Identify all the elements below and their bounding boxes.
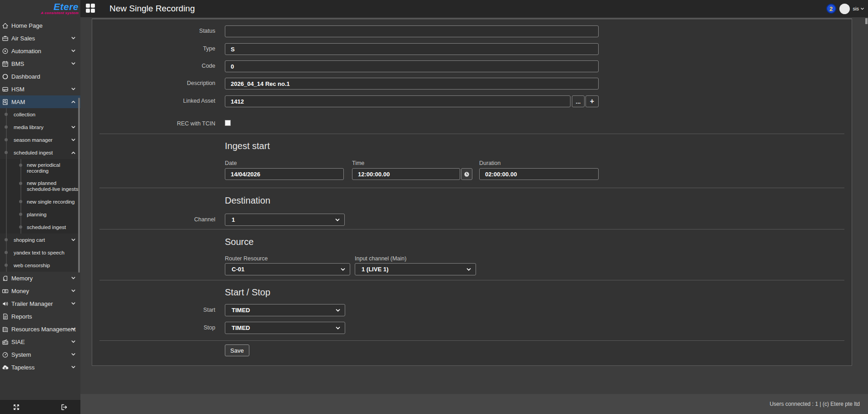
duration-label: Duration (479, 160, 501, 166)
sidebar-item-new-planned-scheduled-live-ingests[interactable]: new planned scheduled-live ingests (0, 177, 80, 195)
type-label: Type (92, 45, 215, 52)
status-label: Status (92, 28, 215, 34)
chevron-down-icon (335, 217, 340, 223)
time-input[interactable] (352, 168, 460, 180)
briefcase-icon (1, 35, 9, 42)
sidebar-item-system[interactable]: System (0, 348, 80, 361)
channel-select[interactable]: 1 (225, 214, 345, 226)
sidebar-item-hsm[interactable]: HSM (0, 83, 80, 95)
gauge-icon (1, 351, 9, 359)
page-scrollbar[interactable] (865, 18, 868, 24)
code-input[interactable] (225, 60, 599, 72)
divider (99, 280, 844, 280)
divider (99, 188, 844, 188)
start-select[interactable]: TIMED (225, 304, 345, 316)
code-label: Code (92, 63, 215, 69)
sidebar-item-collection[interactable]: collection (0, 108, 80, 121)
fullscreen-button[interactable] (13, 404, 20, 411)
input-channel-select[interactable]: 1 (LIVE 1) (355, 263, 476, 275)
chevron-down-icon (71, 49, 76, 54)
description-label: Description (92, 80, 215, 86)
sidebar-item-season-manager[interactable]: season manager (0, 134, 80, 146)
sidebar-item-scheduled-ingest[interactable]: scheduled ingest (0, 146, 80, 159)
user-menu[interactable]: sis (853, 6, 864, 11)
chevron-down-icon (71, 138, 76, 143)
router-resource-select[interactable]: C-01 (225, 263, 350, 275)
calendar-icon (1, 60, 9, 68)
app-window: Etere A consistent system New Single Rec… (0, 0, 868, 414)
stop-select[interactable]: TIMED (225, 322, 345, 334)
sidebar-item-money[interactable]: Money (0, 284, 80, 297)
bullet-icon (19, 182, 22, 185)
chevron-down-icon (71, 87, 76, 92)
form-card: Status Type Code Description Linked Asse… (92, 19, 852, 366)
circle-icon (1, 73, 9, 80)
sidebar-item-shopping-cart[interactable]: shopping cart (0, 234, 80, 246)
bullet-icon (19, 225, 22, 229)
chevron-down-icon (71, 339, 76, 344)
stop-label: Stop (92, 324, 215, 331)
chevron-down-icon (71, 289, 76, 294)
sidebar-item-trailer-manager[interactable]: Trailer Manager (0, 297, 80, 310)
sidebar-item-dashboard[interactable]: Dashboard (0, 70, 80, 83)
sidebar-scrollbar[interactable] (78, 98, 80, 273)
books-icon (1, 325, 9, 333)
bullet-icon (19, 213, 22, 216)
chevron-down-icon (71, 36, 76, 41)
drive-icon (1, 85, 9, 93)
divider (99, 134, 844, 134)
sidebar-item-media-library[interactable]: media library (0, 121, 80, 134)
date-input[interactable] (225, 168, 344, 180)
save-button[interactable]: Save (225, 344, 249, 356)
sidebar-item-planning[interactable]: planning (0, 208, 80, 221)
brand-name: Etere (54, 2, 79, 11)
sidebar-item-web-censorship[interactable]: web censorship (0, 259, 80, 272)
topbar: Etere A consistent system New Single Rec… (0, 0, 868, 17)
sidebar-item-scheduled-ingest[interactable]: scheduled ingest (0, 221, 80, 234)
chevron-down-icon (71, 276, 76, 281)
sidebar-item-reports[interactable]: Reports (0, 310, 80, 323)
linked-asset-add-button[interactable]: + (585, 95, 599, 107)
notification-badge[interactable]: 2 (826, 4, 836, 14)
type-input[interactable] (225, 43, 599, 55)
chevron-down-icon (71, 238, 76, 243)
sidebar-item-siae[interactable]: SIAE (0, 335, 80, 348)
section-title-start-stop: Start / Stop (225, 287, 270, 298)
cloud-upload-icon (1, 364, 9, 371)
sidebar-item-memory[interactable]: Memory (0, 272, 80, 284)
date-label: Date (225, 160, 237, 166)
sidebar-item-new-periodical-recording[interactable]: new periodical recording (0, 159, 80, 177)
sidebar-item-tapeless[interactable]: Tapeless (0, 361, 80, 374)
sidebar-item-resources-management[interactable]: Resources Management (0, 323, 80, 335)
sidebar-item-automation[interactable]: Automation (0, 45, 80, 57)
chevron-down-icon (71, 61, 76, 66)
money-icon (1, 287, 9, 295)
sidebar-item-mam[interactable]: MAM (0, 95, 80, 108)
sidebar-item-new-single-recording[interactable]: new single recording (0, 195, 80, 208)
avatar[interactable] (839, 4, 850, 14)
chevron-down-icon (860, 7, 864, 11)
chevron-down-icon (71, 301, 76, 306)
description-input[interactable] (225, 78, 599, 90)
status-text: Users connected : 1 | (c) Etere pte ltd (769, 401, 860, 407)
home-icon (1, 22, 9, 30)
clock-icon (463, 171, 470, 178)
logout-button[interactable] (60, 404, 68, 411)
bullet-icon (5, 125, 8, 129)
linked-asset-input[interactable] (225, 95, 570, 107)
sidebar-item-air-sales[interactable]: Air Sales (0, 32, 80, 45)
statusbar: Users connected : 1 | (c) Etere pte ltd (80, 394, 868, 414)
brand-logo[interactable]: Etere A consistent system (0, 0, 80, 17)
sidebar-item-yandex-text-to-speech[interactable]: yandex text to speech (0, 246, 80, 259)
sidebar-item-bms[interactable]: BMS (0, 57, 80, 70)
chevron-down-icon (340, 267, 346, 272)
apps-grid-icon[interactable] (86, 4, 95, 13)
speaker-icon (1, 300, 9, 308)
time-picker-button[interactable] (461, 168, 472, 180)
radio-icon (1, 338, 9, 346)
status-input[interactable] (225, 25, 599, 37)
rec-with-tcin-checkbox[interactable] (225, 120, 231, 126)
duration-input[interactable] (479, 168, 599, 180)
linked-asset-browse-button[interactable]: ... (572, 95, 585, 107)
sidebar-item-home-page[interactable]: Home Page (0, 19, 80, 32)
